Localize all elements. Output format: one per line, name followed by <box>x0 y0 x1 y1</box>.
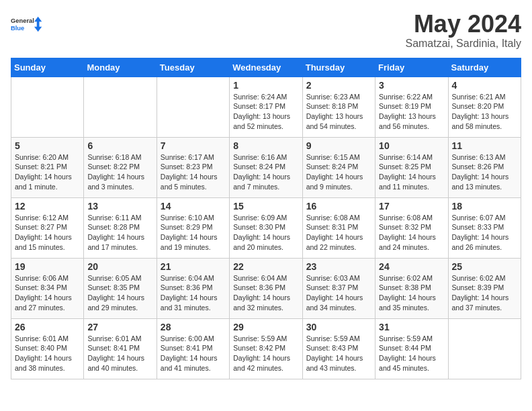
day-info: Sunrise: 6:01 AM Sunset: 8:40 PM Dayligh… <box>15 334 80 373</box>
day-number: 24 <box>379 261 444 272</box>
day-number: 5 <box>15 140 80 151</box>
day-number: 21 <box>161 261 226 272</box>
header-sunday: Sunday <box>11 58 84 77</box>
day-number: 14 <box>161 201 226 212</box>
table-row: 14Sunrise: 6:10 AM Sunset: 8:29 PM Dayli… <box>157 197 229 258</box>
day-number: 15 <box>233 201 298 212</box>
table-row: 20Sunrise: 6:05 AM Sunset: 8:35 PM Dayli… <box>84 258 157 318</box>
table-row <box>157 77 229 137</box>
calendar-table: Sunday Monday Tuesday Wednesday Thursday… <box>11 58 521 379</box>
day-number: 22 <box>233 261 298 272</box>
table-row: 2Sunrise: 6:23 AM Sunset: 8:18 PM Daylig… <box>302 77 375 137</box>
table-row: 26Sunrise: 6:01 AM Sunset: 8:40 PM Dayli… <box>11 318 84 379</box>
day-info: Sunrise: 6:14 AM Sunset: 8:25 PM Dayligh… <box>379 152 444 192</box>
day-info: Sunrise: 6:03 AM Sunset: 8:37 PM Dayligh… <box>306 273 371 313</box>
table-row: 12Sunrise: 6:12 AM Sunset: 8:27 PM Dayli… <box>11 197 84 258</box>
day-number: 18 <box>452 201 517 212</box>
table-row: 1Sunrise: 6:24 AM Sunset: 8:17 PM Daylig… <box>230 77 302 137</box>
day-info: Sunrise: 6:15 AM Sunset: 8:24 PM Dayligh… <box>306 152 371 192</box>
table-row: 11Sunrise: 6:13 AM Sunset: 8:26 PM Dayli… <box>448 137 521 197</box>
table-row: 17Sunrise: 6:08 AM Sunset: 8:32 PM Dayli… <box>375 197 448 258</box>
day-info: Sunrise: 6:24 AM Sunset: 8:17 PM Dayligh… <box>233 92 298 132</box>
day-number: 25 <box>452 261 517 272</box>
calendar-week-row: 19Sunrise: 6:06 AM Sunset: 8:34 PM Dayli… <box>11 258 521 318</box>
table-row <box>11 77 84 137</box>
day-info: Sunrise: 6:18 AM Sunset: 8:22 PM Dayligh… <box>87 152 152 192</box>
header-monday: Monday <box>84 58 157 77</box>
day-number: 16 <box>306 201 371 212</box>
table-row: 25Sunrise: 6:02 AM Sunset: 8:39 PM Dayli… <box>448 258 521 318</box>
header-wednesday: Wednesday <box>230 58 302 77</box>
day-info: Sunrise: 6:01 AM Sunset: 8:41 PM Dayligh… <box>87 334 152 373</box>
table-row: 16Sunrise: 6:08 AM Sunset: 8:31 PM Dayli… <box>302 197 375 258</box>
table-row: 3Sunrise: 6:22 AM Sunset: 8:19 PM Daylig… <box>375 77 448 137</box>
day-info: Sunrise: 6:08 AM Sunset: 8:31 PM Dayligh… <box>306 213 371 253</box>
svg-text:Blue: Blue <box>11 25 24 32</box>
day-info: Sunrise: 6:09 AM Sunset: 8:30 PM Dayligh… <box>233 213 298 253</box>
day-number: 28 <box>161 322 226 332</box>
calendar-title: May 2024 <box>405 11 521 38</box>
table-row: 6Sunrise: 6:18 AM Sunset: 8:22 PM Daylig… <box>84 137 157 197</box>
calendar-week-row: 26Sunrise: 6:01 AM Sunset: 8:40 PM Dayli… <box>11 318 521 379</box>
day-number: 13 <box>87 201 152 212</box>
table-row: 21Sunrise: 6:04 AM Sunset: 8:36 PM Dayli… <box>157 258 229 318</box>
weekday-header-row: Sunday Monday Tuesday Wednesday Thursday… <box>11 58 521 77</box>
day-number: 30 <box>306 322 371 332</box>
table-row <box>448 318 521 379</box>
table-row: 5Sunrise: 6:20 AM Sunset: 8:21 PM Daylig… <box>11 137 84 197</box>
title-area: May 2024 Samatzai, Sardinia, Italy <box>405 11 521 50</box>
calendar-week-row: 12Sunrise: 6:12 AM Sunset: 8:27 PM Dayli… <box>11 197 521 258</box>
svg-marker-2 <box>34 17 42 32</box>
calendar-subtitle: Samatzai, Sardinia, Italy <box>405 38 521 50</box>
day-info: Sunrise: 6:00 AM Sunset: 8:41 PM Dayligh… <box>161 334 226 373</box>
table-row: 15Sunrise: 6:09 AM Sunset: 8:30 PM Dayli… <box>230 197 302 258</box>
table-row: 24Sunrise: 6:02 AM Sunset: 8:38 PM Dayli… <box>375 258 448 318</box>
day-number: 8 <box>233 140 298 151</box>
table-row: 22Sunrise: 6:04 AM Sunset: 8:36 PM Dayli… <box>230 258 302 318</box>
day-number: 1 <box>233 80 298 91</box>
day-info: Sunrise: 6:04 AM Sunset: 8:36 PM Dayligh… <box>161 273 226 313</box>
day-number: 2 <box>306 80 371 91</box>
day-info: Sunrise: 6:02 AM Sunset: 8:39 PM Dayligh… <box>452 273 517 313</box>
day-number: 17 <box>379 201 444 212</box>
day-info: Sunrise: 6:08 AM Sunset: 8:32 PM Dayligh… <box>379 213 444 253</box>
table-row: 4Sunrise: 6:21 AM Sunset: 8:20 PM Daylig… <box>448 77 521 137</box>
logo: General Blue <box>11 11 44 38</box>
day-info: Sunrise: 5:59 AM Sunset: 8:44 PM Dayligh… <box>379 334 444 373</box>
day-info: Sunrise: 6:12 AM Sunset: 8:27 PM Dayligh… <box>15 213 80 253</box>
header-saturday: Saturday <box>448 58 521 77</box>
day-number: 26 <box>15 322 80 332</box>
day-number: 31 <box>379 322 444 332</box>
day-number: 10 <box>379 140 444 151</box>
day-info: Sunrise: 6:17 AM Sunset: 8:23 PM Dayligh… <box>161 152 226 192</box>
calendar-week-row: 1Sunrise: 6:24 AM Sunset: 8:17 PM Daylig… <box>11 77 521 137</box>
day-number: 29 <box>233 322 298 332</box>
table-row: 10Sunrise: 6:14 AM Sunset: 8:25 PM Dayli… <box>375 137 448 197</box>
day-info: Sunrise: 6:10 AM Sunset: 8:29 PM Dayligh… <box>161 213 226 253</box>
day-number: 3 <box>379 80 444 91</box>
table-row: 31Sunrise: 5:59 AM Sunset: 8:44 PM Dayli… <box>375 318 448 379</box>
table-row: 28Sunrise: 6:00 AM Sunset: 8:41 PM Dayli… <box>157 318 229 379</box>
table-row: 19Sunrise: 6:06 AM Sunset: 8:34 PM Dayli… <box>11 258 84 318</box>
day-info: Sunrise: 6:21 AM Sunset: 8:20 PM Dayligh… <box>452 92 517 132</box>
table-row: 23Sunrise: 6:03 AM Sunset: 8:37 PM Dayli… <box>302 258 375 318</box>
table-row: 8Sunrise: 6:16 AM Sunset: 8:24 PM Daylig… <box>230 137 302 197</box>
table-row: 27Sunrise: 6:01 AM Sunset: 8:41 PM Dayli… <box>84 318 157 379</box>
table-row: 7Sunrise: 6:17 AM Sunset: 8:23 PM Daylig… <box>157 137 229 197</box>
table-row: 29Sunrise: 5:59 AM Sunset: 8:42 PM Dayli… <box>230 318 302 379</box>
logo-svg: General Blue <box>11 11 44 38</box>
day-info: Sunrise: 6:06 AM Sunset: 8:34 PM Dayligh… <box>15 273 80 313</box>
day-number: 11 <box>452 140 517 151</box>
header-friday: Friday <box>375 58 448 77</box>
day-info: Sunrise: 6:11 AM Sunset: 8:28 PM Dayligh… <box>87 213 152 253</box>
day-number: 9 <box>306 140 371 151</box>
day-number: 4 <box>452 80 517 91</box>
header-tuesday: Tuesday <box>157 58 229 77</box>
table-row: 30Sunrise: 5:59 AM Sunset: 8:43 PM Dayli… <box>302 318 375 379</box>
day-number: 20 <box>87 261 152 272</box>
day-number: 6 <box>87 140 152 151</box>
day-info: Sunrise: 6:20 AM Sunset: 8:21 PM Dayligh… <box>15 152 80 192</box>
header-thursday: Thursday <box>302 58 375 77</box>
day-info: Sunrise: 6:23 AM Sunset: 8:18 PM Dayligh… <box>306 92 371 132</box>
day-info: Sunrise: 6:02 AM Sunset: 8:38 PM Dayligh… <box>379 273 444 313</box>
